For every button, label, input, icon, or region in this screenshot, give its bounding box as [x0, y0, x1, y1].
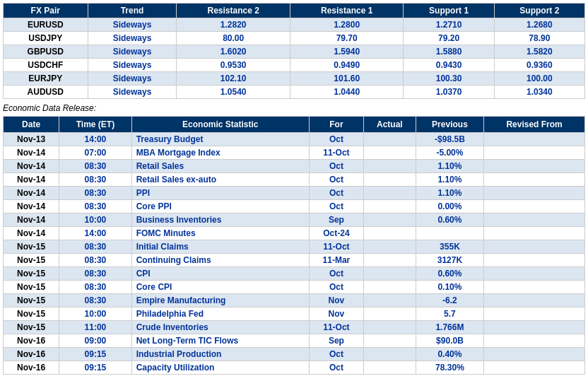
econ-cell [363, 133, 416, 146]
econ-cell: Industrial Production [131, 348, 309, 361]
econ-cell: -5.00% [416, 146, 483, 160]
econ-cell: Oct [309, 133, 363, 146]
econ-cell: Net Long-Term TIC Flows [131, 334, 309, 348]
econ-cell: 11-Mar [309, 254, 363, 267]
econ-cell: Oct [309, 187, 363, 200]
econ-cell: Nov-14 [4, 200, 59, 213]
econ-cell: Nov-14 [4, 146, 59, 160]
econ-cell: 08:30 [59, 173, 132, 187]
econ-col-header: Economic Statistic [131, 117, 309, 133]
econ-cell [484, 321, 585, 334]
fx-cell: EURUSD [4, 18, 88, 32]
econ-cell: Nov-16 [4, 334, 59, 348]
econ-cell [363, 173, 416, 187]
econ-cell: Oct [309, 267, 363, 281]
econ-cell: 10:00 [59, 307, 132, 321]
fx-cell: 1.2710 [404, 18, 494, 32]
econ-row: Nov-1508:30Initial Claims11-Oct355K [4, 240, 585, 254]
econ-cell: 11:00 [59, 321, 132, 334]
econ-cell [484, 240, 585, 254]
econ-row: Nov-1314:00Treasury BudgetOct-$98.5B [4, 133, 585, 146]
econ-cell [363, 294, 416, 307]
fx-cell: 100.30 [404, 72, 494, 86]
econ-cell: 3127K [416, 254, 483, 267]
econ-cell: Sep [309, 213, 363, 227]
econ-cell: Nov-14 [4, 227, 59, 240]
econ-cell: Oct [309, 361, 363, 375]
fx-col-header: FX Pair [4, 4, 88, 18]
econ-col-header: Date [4, 117, 59, 133]
econ-cell: 07:00 [59, 146, 132, 160]
econ-cell [363, 281, 416, 294]
fx-cell: 1.0370 [404, 86, 494, 99]
econ-cell [363, 160, 416, 173]
econ-cell: Business Inventories [131, 213, 309, 227]
econ-cell: 78.30% [416, 361, 483, 375]
econ-row: Nov-1609:15Capacity UtilizationOct78.30% [4, 361, 585, 375]
econ-cell: 0.60% [416, 267, 483, 281]
econ-cell: 11-Oct [309, 240, 363, 254]
econ-col-header: Actual [363, 117, 416, 133]
econ-row: Nov-1408:30Retail SalesOct1.10% [4, 160, 585, 173]
econ-row: Nov-1414:00FOMC MinutesOct-24 [4, 227, 585, 240]
econ-cell [484, 133, 585, 146]
econ-cell: Nov-16 [4, 361, 59, 375]
fx-cell: 0.9430 [404, 59, 494, 72]
fx-cell: Sideways [88, 86, 177, 99]
fx-row: EURUSDSideways1.28201.28001.27101.2680 [4, 18, 585, 32]
econ-cell: 1.766M [416, 321, 483, 334]
econ-cell [484, 187, 585, 200]
fx-cell: 79.20 [404, 32, 494, 45]
econ-cell [363, 213, 416, 227]
econ-cell: -6.2 [416, 294, 483, 307]
fx-cell: 79.70 [290, 32, 404, 45]
econ-row: Nov-1609:00Net Long-Term TIC FlowsSep$90… [4, 334, 585, 348]
econ-cell [484, 267, 585, 281]
fx-cell: EURJPY [4, 72, 88, 86]
econ-cell: 08:30 [59, 240, 132, 254]
econ-cell [484, 200, 585, 213]
econ-cell [484, 213, 585, 227]
econ-cell: Oct [309, 200, 363, 213]
econ-cell: 0.10% [416, 281, 483, 294]
econ-cell: Continuing Claims [131, 254, 309, 267]
econ-cell: Retail Sales ex-auto [131, 173, 309, 187]
econ-cell [363, 146, 416, 160]
econ-cell [363, 348, 416, 361]
econ-row: Nov-1408:30PPIOct1.10% [4, 187, 585, 200]
econ-row: Nov-1508:30CPIOct0.60% [4, 267, 585, 281]
fx-cell: 1.6020 [177, 45, 290, 59]
econ-cell [363, 361, 416, 375]
econ-cell: 1.10% [416, 173, 483, 187]
fx-cell: Sideways [88, 72, 177, 86]
econ-cell: MBA Mortgage Index [131, 146, 309, 160]
econ-cell: Initial Claims [131, 240, 309, 254]
econ-cell [363, 267, 416, 281]
econ-cell [363, 187, 416, 200]
econ-cell: Core PPI [131, 200, 309, 213]
econ-cell [484, 281, 585, 294]
econ-cell [484, 227, 585, 240]
fx-cell: 1.5880 [404, 45, 494, 59]
econ-cell: 08:30 [59, 281, 132, 294]
econ-cell: Capacity Utilization [131, 361, 309, 375]
fx-cell: Sideways [88, 59, 177, 72]
econ-row: Nov-1508:30Core CPIOct0.10% [4, 281, 585, 294]
econ-col-header: For [309, 117, 363, 133]
econ-cell: Nov-15 [4, 267, 59, 281]
fx-col-header: Trend [88, 4, 177, 18]
econ-cell: 11-Oct [309, 146, 363, 160]
econ-cell [363, 334, 416, 348]
fx-row: EURJPYSideways102.10101.60100.30100.00 [4, 72, 585, 86]
econ-cell: Treasury Budget [131, 133, 309, 146]
econ-cell: Retail Sales [131, 160, 309, 173]
econ-row: Nov-1609:15Industrial ProductionOct0.40% [4, 348, 585, 361]
econ-cell: Philadelphia Fed [131, 307, 309, 321]
econ-row: Nov-1508:30Continuing Claims11-Mar3127K [4, 254, 585, 267]
econ-cell [484, 146, 585, 160]
fx-cell: 1.0440 [290, 86, 404, 99]
econ-cell [484, 348, 585, 361]
econ-cell: 0.00% [416, 200, 483, 213]
econ-label: Economic Data Release: [3, 103, 585, 113]
econ-cell [363, 321, 416, 334]
